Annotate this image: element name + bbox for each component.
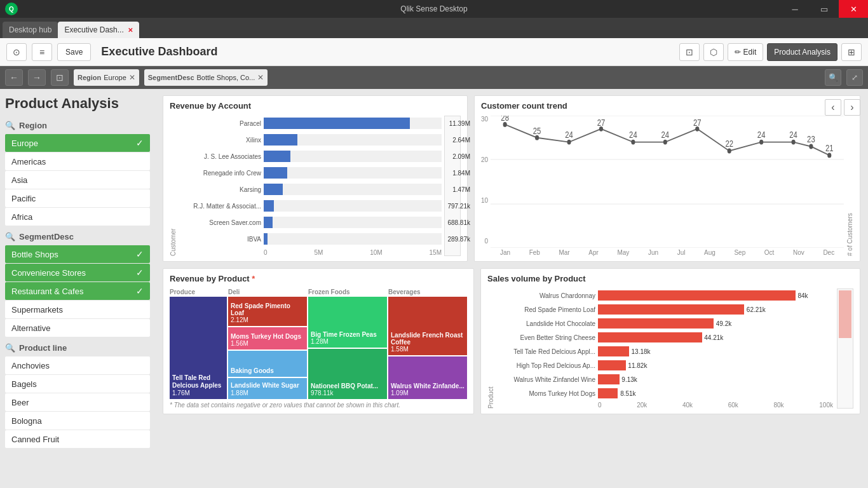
edit-icon: ✏ bbox=[735, 48, 741, 57]
filter-chip-segmentdesc[interactable]: SegmentDesc Bottle Shops, Co... ✕ bbox=[144, 69, 268, 86]
segmentdesc-item-restaurant[interactable]: Restaurant & Cafes ✓ bbox=[5, 282, 150, 300]
filter-forward-button[interactable]: → bbox=[28, 69, 46, 86]
segmentdesc-item-alternative[interactable]: Alternative bbox=[5, 319, 150, 337]
check-icon: ✓ bbox=[136, 268, 144, 278]
trend-svg: 28 25 24 27 24 24 27 22 24 24 23 bbox=[491, 116, 844, 248]
menu-button[interactable]: ≡ bbox=[32, 43, 52, 61]
svg-point-12 bbox=[759, 140, 763, 145]
productline-item-canned-fruit[interactable]: Canned Fruit bbox=[5, 430, 150, 448]
tab-label: Desktop hub bbox=[9, 25, 51, 34]
minimize-button[interactable]: ─ bbox=[780, 0, 810, 18]
sales-minimap bbox=[837, 288, 853, 409]
svg-text:24: 24 bbox=[789, 130, 797, 140]
productline-section-header: 🔍 Product line bbox=[5, 343, 150, 353]
sales-bar-row: High Top Red Delcious Ap...11.82k bbox=[497, 358, 833, 372]
treemap-cell-deli2[interactable]: Moms Turkey Hot Dogs 1.56M bbox=[228, 327, 307, 349]
treemap-cell-deli1[interactable]: Red Spade Pimento Loaf 2.12M bbox=[228, 297, 307, 326]
filter-back-button[interactable]: ← bbox=[5, 69, 23, 86]
sales-bar-row: Moms Turkey Hot Dogs8.51k bbox=[497, 386, 833, 400]
region-item-asia[interactable]: Asia bbox=[5, 171, 150, 189]
product-analysis-button[interactable]: Product Analysis bbox=[767, 43, 837, 61]
region-item-pacific[interactable]: Pacific bbox=[5, 189, 150, 207]
svg-text:22: 22 bbox=[726, 139, 734, 149]
sales-bar-row: Walrus White Zinfandel Wine9.13k bbox=[497, 372, 833, 386]
right-panel: Revenue by Account Customer Paracel11.39… bbox=[155, 89, 868, 421]
window-title: Qlik Sense Desktop bbox=[400, 4, 467, 13]
treemap-cell-baking2[interactable]: Landslide White Sugar 1.88M bbox=[228, 378, 307, 399]
productline-item-bagels[interactable]: Bagels bbox=[5, 375, 150, 393]
dashboard-title: Executive Dashboard bbox=[101, 45, 674, 58]
sales-y-axis-label: Product bbox=[487, 288, 494, 409]
filter-chip-segmentdesc-value: Bottle Shops, Co... bbox=[197, 74, 255, 81]
svg-point-6 bbox=[567, 140, 571, 145]
svg-text:27: 27 bbox=[693, 117, 702, 128]
treemap-cell-produce[interactable]: Tell Tale Red Delcious Apples 1.76M bbox=[170, 297, 227, 399]
customer-count-title: Customer count trend bbox=[481, 101, 853, 111]
toolbar-right: ⊡ ⬡ ✏ Edit Product Analysis ⊞ bbox=[679, 43, 862, 61]
region-item-americas[interactable]: Americas bbox=[5, 152, 150, 170]
region-section-header: 🔍 Region bbox=[5, 121, 150, 130]
region-search-icon: 🔍 bbox=[5, 121, 15, 130]
grid-button[interactable]: ⊞ bbox=[841, 43, 862, 61]
screen-button[interactable]: ⊡ bbox=[679, 43, 700, 61]
treemap-cell-frozen2[interactable]: Nationeel BBQ Potat... 978.11k bbox=[308, 349, 387, 400]
svg-point-15 bbox=[827, 153, 831, 158]
treemap-cell-frozen1[interactable]: Big Time Frozen Peas 1.28M bbox=[308, 297, 387, 348]
prev-page-button[interactable]: ‹ bbox=[825, 99, 841, 116]
segmentdesc-item-convenience[interactable]: Convenience Stores ✓ bbox=[5, 264, 150, 281]
svg-text:24: 24 bbox=[565, 130, 573, 140]
check-icon: ✓ bbox=[136, 286, 144, 296]
filter-search-button[interactable]: 🔍 bbox=[825, 69, 841, 86]
home-button[interactable]: ⊙ bbox=[6, 43, 27, 61]
filter-expand-button[interactable]: ⤢ bbox=[846, 69, 863, 86]
segmentdesc-item-bottle-shops[interactable]: Bottle Shops ✓ bbox=[5, 245, 150, 263]
sales-volume-chart: Sales volume by Product Product Walrus C… bbox=[480, 268, 860, 414]
productline-item-bologna[interactable]: Bologna bbox=[5, 412, 150, 430]
main-content: Product Analysis 🔍 Region Europe ✓ Ameri… bbox=[0, 89, 868, 488]
productline-search-icon: 🔍 bbox=[5, 343, 15, 353]
next-page-button[interactable]: › bbox=[844, 99, 860, 116]
treemap-cell-bev2[interactable]: Walrus White Zinfande... 1.09M bbox=[388, 356, 467, 399]
maximize-button[interactable]: ▭ bbox=[810, 0, 839, 18]
filter-chip-region[interactable]: Region Europe ✕ bbox=[74, 69, 139, 86]
svg-point-8 bbox=[631, 140, 635, 145]
filter-chip-region-close[interactable]: ✕ bbox=[129, 73, 135, 82]
sales-x-axis: 0 20k 40k 60k 80k 100k bbox=[497, 402, 833, 409]
segmentdesc-item-supermarkets[interactable]: Supermarkets bbox=[5, 301, 150, 318]
region-item-africa[interactable]: Africa bbox=[5, 208, 150, 226]
svg-text:28: 28 bbox=[501, 116, 509, 123]
bar-chart: Paracel11.39MXilinx2.64MJ. S. Lee Associ… bbox=[179, 116, 442, 247]
svg-text:24: 24 bbox=[757, 130, 766, 140]
segmentdesc-search-icon: 🔍 bbox=[5, 232, 15, 241]
filter-chip-segmentdesc-close[interactable]: ✕ bbox=[257, 73, 264, 82]
sales-bar-row: Even Better String Cheese44.21k bbox=[497, 330, 833, 344]
share-button[interactable]: ⬡ bbox=[703, 43, 724, 61]
svg-text:24: 24 bbox=[661, 130, 670, 140]
sales-bar-chart: Walrus Chardonnay84kRed Spade Pimento Lo… bbox=[497, 288, 833, 400]
tab-desktop-hub[interactable]: Desktop hub bbox=[3, 22, 58, 38]
bar-row: IBVA289.87k bbox=[179, 231, 442, 247]
filter-clear-button[interactable]: ⊡ bbox=[51, 69, 69, 86]
treemap-cell-baking1[interactable]: Baking Goods bbox=[228, 351, 307, 377]
region-item-europe[interactable]: Europe ✓ bbox=[5, 134, 150, 152]
segmentdesc-section-header: 🔍 SegmentDesc bbox=[5, 232, 150, 241]
svg-text:23: 23 bbox=[807, 133, 815, 144]
chart-note: * The data set contains negative or zero… bbox=[170, 402, 467, 409]
productline-label: Product line bbox=[19, 343, 67, 353]
treemap-cell-bev1[interactable]: Landslide French Roast Coffee 1.58M bbox=[388, 297, 467, 355]
tab-close-icon[interactable]: ✕ bbox=[128, 27, 133, 34]
svg-point-11 bbox=[728, 149, 731, 154]
tab-label: Executive Dash... bbox=[64, 25, 123, 34]
edit-button[interactable]: ✏ Edit bbox=[728, 43, 764, 61]
window-controls: ─ ▭ ✕ bbox=[780, 0, 868, 18]
save-button[interactable]: Save bbox=[57, 43, 91, 61]
productline-item-beer[interactable]: Beer bbox=[5, 393, 150, 411]
productline-item-anchovies[interactable]: Anchovies bbox=[5, 356, 150, 374]
tab-executive-dash[interactable]: Executive Dash... ✕ bbox=[58, 22, 139, 38]
sales-bar-row: Walrus Chardonnay84k bbox=[497, 288, 833, 302]
title-bar: Q Qlik Sense Desktop ─ ▭ ✕ bbox=[0, 0, 868, 18]
svg-point-9 bbox=[663, 140, 667, 145]
svg-point-14 bbox=[809, 144, 813, 149]
sales-bar-row: Landslide Hot Chocolate49.2k bbox=[497, 316, 833, 330]
close-button[interactable]: ✕ bbox=[839, 0, 868, 18]
